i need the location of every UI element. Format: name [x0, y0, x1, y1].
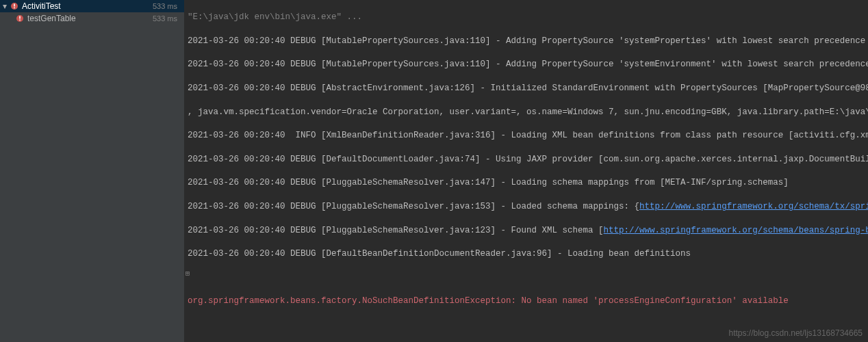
collapse-toggle[interactable]: ▾: [3, 1, 10, 11]
test-class-name: ActivitiTest: [22, 1, 153, 11]
console-output[interactable]: "E:\java\jdk env\bin\java.exe" ... 2021-…: [185, 0, 868, 342]
svg-rect-1: [14, 4, 15, 7]
test-results-panel: ▾ ActivitiTest 533 ms testGenTable 533 m…: [0, 0, 185, 342]
test-fail-icon: [15, 14, 25, 23]
svg-rect-4: [19, 16, 21, 19]
log-line: 2021-03-26 00:20:40 DEBUG [MutableProper…: [188, 59, 865, 70]
log-line: 2021-03-26 00:20:40 INFO [XmlBeanDefinit…: [188, 130, 865, 142]
test-method-row[interactable]: testGenTable 533 ms: [0, 12, 184, 25]
log-line: 2021-03-26 00:20:40 DEBUG [AbstractEnvir…: [188, 83, 865, 94]
blank-line: [188, 272, 865, 284]
log-line: 2021-03-26 00:20:40 DEBUG [DefaultDocume…: [188, 154, 865, 166]
log-line: 2021-03-26 00:20:40 DEBUG [PluggableSche…: [188, 225, 865, 237]
schema-link[interactable]: http://www.springframework.org/schema/tx…: [639, 202, 868, 211]
log-line: , java.vm.specification.vendor=Oracle Co…: [188, 107, 865, 118]
log-line: 2021-03-26 00:20:40 DEBUG [MutableProper…: [188, 36, 865, 47]
log-line: 2021-03-26 00:20:40 DEBUG [PluggableSche…: [188, 201, 865, 213]
exception-line: org.springframework.beans.factory.NoSuch…: [188, 295, 865, 307]
log-line: 2021-03-26 00:20:40 DEBUG [DefaultBeanDe…: [188, 248, 865, 260]
log-line: 2021-03-26 00:20:40 DEBUG [PluggableSche…: [188, 177, 865, 189]
test-method-name: testGenTable: [27, 14, 153, 23]
test-method-timing: 533 ms: [153, 14, 181, 23]
expand-fold-icon[interactable]: ⊞: [185, 268, 192, 280]
test-fail-icon: [10, 1, 19, 11]
svg-rect-2: [14, 8, 15, 9]
test-class-timing: 533 ms: [153, 2, 181, 10]
test-class-row[interactable]: ▾ ActivitiTest 533 ms: [0, 0, 184, 12]
command-line: "E:\java\jdk env\bin\java.exe" ...: [188, 12, 865, 23]
svg-rect-5: [19, 20, 21, 21]
watermark: https://blog.csdn.net/ljs13168734665: [729, 328, 863, 338]
schema-link[interactable]: http://www.springframework.org/schema/be…: [604, 226, 868, 235]
